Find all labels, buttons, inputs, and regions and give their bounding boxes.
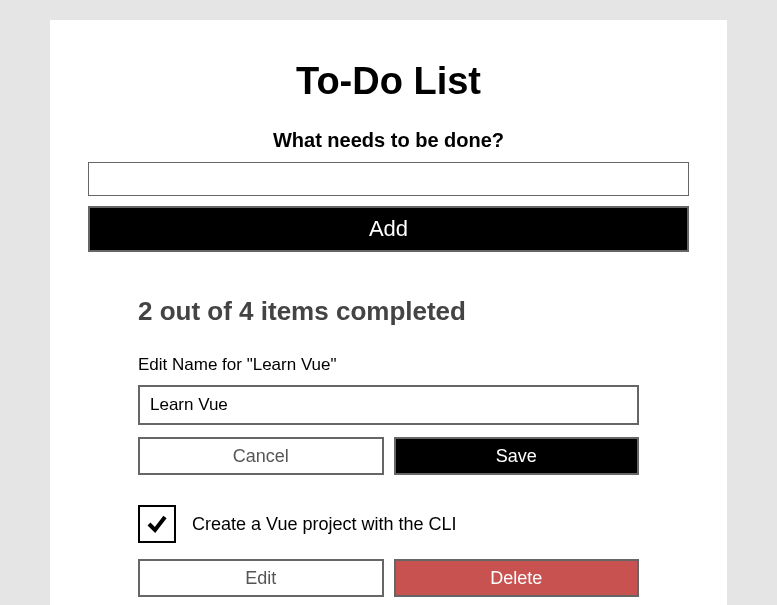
- subtitle: What needs to be done?: [50, 129, 727, 152]
- edit-button-row: Cancel Save: [138, 437, 639, 475]
- list-section: 2 out of 4 items completed Edit Name for…: [50, 296, 727, 597]
- item-action-row: Edit Delete: [138, 559, 639, 597]
- edit-button[interactable]: Edit: [138, 559, 384, 597]
- list-item: Create a Vue project with the CLI: [138, 505, 639, 543]
- new-item-row: [50, 162, 727, 196]
- edit-name-label: Edit Name for "Learn Vue": [138, 355, 639, 375]
- item-label: Create a Vue project with the CLI: [192, 514, 456, 535]
- save-button[interactable]: Save: [394, 437, 640, 475]
- status-text: 2 out of 4 items completed: [138, 296, 639, 327]
- delete-button[interactable]: Delete: [394, 559, 640, 597]
- add-button[interactable]: Add: [88, 206, 689, 252]
- app-card: To-Do List What needs to be done? Add 2 …: [50, 20, 727, 605]
- new-item-input[interactable]: [88, 162, 689, 196]
- edit-name-input[interactable]: [138, 385, 639, 425]
- page-title: To-Do List: [50, 60, 727, 103]
- cancel-button[interactable]: Cancel: [138, 437, 384, 475]
- item-checkbox[interactable]: [138, 505, 176, 543]
- checkmark-icon: [145, 512, 169, 536]
